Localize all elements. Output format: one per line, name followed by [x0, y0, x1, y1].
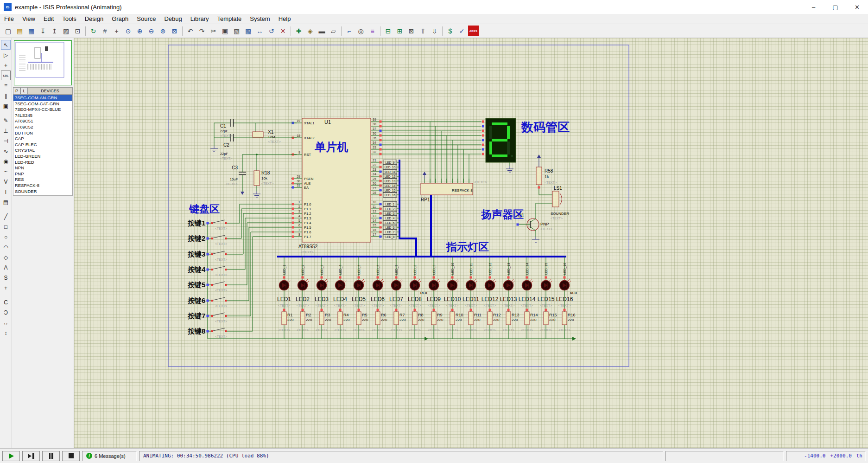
schematic-canvas[interactable]: 39P0.0/AD038P0.1/AD137P0.2/AD236P0.3/AD3…	[74, 38, 868, 448]
res-r18[interactable]	[254, 171, 260, 186]
message-log[interactable]: i 6 Message(s)	[82, 451, 137, 461]
center-at-cursor-button[interactable]: ⊙	[123, 26, 133, 36]
button-terminal[interactable]	[211, 222, 213, 225]
device-item-button[interactable]: BUTTON	[13, 130, 72, 136]
menu-design[interactable]: Design	[81, 14, 108, 23]
menu-tools[interactable]: Tools	[58, 14, 80, 23]
res-r10[interactable]	[450, 312, 455, 325]
res-r11[interactable]	[469, 312, 473, 325]
tape-recorder-mode-button[interactable]: ◉	[1, 156, 11, 166]
pause-button[interactable]	[42, 451, 60, 461]
button-terminal[interactable]	[225, 238, 227, 240]
redo-button[interactable]: ↷	[196, 26, 207, 36]
block-copy-button[interactable]: ▩	[243, 26, 253, 36]
export-section-button[interactable]: ↥	[49, 26, 60, 36]
text-script-mode-button[interactable]: ≡	[1, 81, 11, 90]
pick-devices-button[interactable]: P	[13, 87, 20, 95]
junction-dot-mode-button[interactable]: +	[1, 60, 11, 70]
current-probe-mode-button[interactable]: I	[1, 187, 11, 197]
sounder-ls1[interactable]	[552, 191, 559, 207]
res-r1[interactable]	[282, 312, 286, 325]
design-explorer-button[interactable]: ⊟	[383, 26, 393, 36]
remove-sheet-button[interactable]: ⊠	[406, 26, 417, 36]
res-r2[interactable]	[300, 312, 305, 325]
search-and-tag-button[interactable]: ◎	[355, 26, 366, 36]
device-item-7seg-mpx4-cc-blue[interactable]: 7SEG-MPX4-CC-BLUE	[13, 107, 72, 113]
zoom-all-button[interactable]: ⊚	[158, 26, 168, 36]
zoom-out-button[interactable]: ⊖	[146, 26, 157, 36]
zoom-to-child-button[interactable]: ⇩	[429, 26, 440, 36]
button-terminal[interactable]	[211, 284, 213, 286]
device-item-led-green[interactable]: LED-GREEN	[13, 154, 72, 160]
res-r5[interactable]	[356, 312, 361, 325]
device-item-cap[interactable]: CAP	[13, 136, 72, 142]
button-lever[interactable]	[213, 313, 225, 315]
device-item-at89c51[interactable]: AT89C51	[13, 118, 72, 124]
subcircuit-mode-button[interactable]: ▣	[1, 101, 11, 111]
paste-button[interactable]: ▧	[231, 26, 242, 36]
close-button[interactable]: ✕	[846, 0, 868, 14]
button-lever[interactable]	[213, 251, 225, 254]
new-design-button[interactable]: ▢	[3, 26, 13, 36]
minimize-button[interactable]: –	[803, 0, 824, 14]
voltage-probe-mode-button[interactable]: V	[1, 177, 11, 186]
button-terminal[interactable]	[211, 253, 213, 256]
device-item-74ls245[interactable]: 74LS245	[13, 113, 72, 119]
button-terminal[interactable]	[225, 330, 227, 333]
schematic-overview[interactable]	[14, 40, 72, 85]
zoom-area-button[interactable]: ⊠	[169, 26, 180, 36]
new-sheet-button[interactable]: ⊞	[394, 26, 405, 36]
selection-mode-button[interactable]: ↖	[1, 40, 11, 50]
block-delete-button[interactable]: ✕	[278, 26, 288, 36]
wire-autorouter-button[interactable]: ⌐	[344, 26, 355, 36]
keyboard-wire[interactable]	[234, 218, 291, 270]
menu-edit[interactable]: Edit	[39, 14, 58, 23]
crystal-x1[interactable]	[253, 132, 263, 137]
device-item-npn[interactable]: NPN	[13, 165, 72, 171]
led-bus[interactable]	[399, 160, 416, 257]
menu-source[interactable]: Source	[133, 14, 160, 23]
res-r9[interactable]	[431, 312, 436, 325]
terminals-mode-button[interactable]: ⊥	[1, 126, 11, 135]
packaging-tool-button[interactable]: ▬	[317, 26, 327, 36]
block-rotate-button[interactable]: ↺	[266, 26, 277, 36]
collector-wire[interactable]	[530, 227, 536, 237]
library-manager-button[interactable]: L	[20, 87, 28, 95]
marker-tool-button[interactable]: +	[1, 283, 11, 293]
menu-view[interactable]: View	[18, 14, 39, 23]
bus-mode-button[interactable]: ∥	[1, 91, 11, 101]
button-terminal[interactable]	[225, 284, 227, 286]
import-section-button[interactable]: ↧	[38, 26, 48, 36]
button-terminal[interactable]	[225, 300, 227, 302]
device-item-7seg-com-an-grn[interactable]: 7SEG-COM-AN-GRN	[13, 95, 72, 101]
device-item-sounder[interactable]: SOUNDER	[13, 189, 72, 195]
menu-system[interactable]: System	[246, 14, 274, 23]
res-r3[interactable]	[319, 312, 324, 325]
rotate-anticlockwise-button[interactable]: Ɔ	[1, 308, 11, 317]
emitter-wire[interactable]	[530, 203, 549, 222]
text-tool-button[interactable]: A	[1, 263, 11, 272]
line-tool-button[interactable]: ╱	[1, 212, 11, 221]
device-item-7seg-com-cat-grn[interactable]: 7SEG-COM-CAT-GRN	[13, 101, 72, 107]
device-pins-mode-button[interactable]: ⊣	[1, 136, 11, 146]
graph-mode-button[interactable]: ∿	[1, 146, 11, 156]
capacitor-c1[interactable]	[231, 119, 234, 127]
keyboard-wire[interactable]	[234, 213, 291, 254]
symbol-tool-button[interactable]: S	[1, 273, 11, 283]
button-lever[interactable]	[213, 282, 225, 284]
button-terminal[interactable]	[211, 238, 213, 240]
save-design-button[interactable]: ▦	[26, 26, 37, 36]
res-r12[interactable]	[488, 312, 492, 325]
menu-debug[interactable]: Debug	[160, 14, 186, 23]
false-origin-button[interactable]: +	[111, 26, 122, 36]
menu-file[interactable]: File	[0, 14, 18, 23]
undo-button[interactable]: ↶	[185, 26, 196, 36]
button-terminal[interactable]	[225, 222, 227, 225]
menu-help[interactable]: Help	[274, 14, 295, 23]
maximize-button[interactable]: ▢	[824, 0, 846, 14]
toggle-grid-button[interactable]: #	[100, 26, 110, 36]
res-r14[interactable]	[525, 312, 529, 325]
box-tool-button[interactable]: □	[1, 222, 11, 232]
device-item-res[interactable]: RES	[13, 177, 72, 183]
res-r8[interactable]	[412, 312, 417, 325]
